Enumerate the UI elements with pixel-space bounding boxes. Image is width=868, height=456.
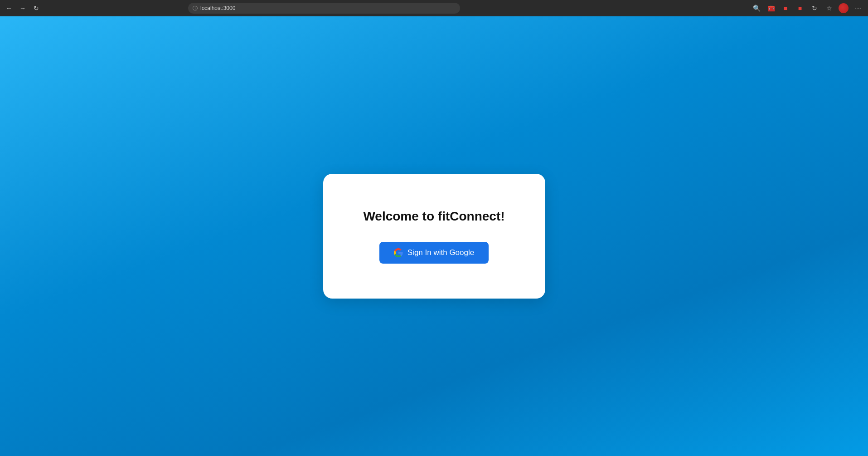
address-bar[interactable]: ⓘ localhost:3000 (188, 3, 460, 14)
extension-red2-button[interactable]: ■ (794, 2, 806, 15)
extension-red-button[interactable]: ■ (779, 2, 792, 15)
sign-in-button-label: Sign In with Google (407, 248, 474, 257)
sign-in-with-google-button[interactable]: Sign In with Google (379, 242, 489, 264)
login-card: Welcome to fitConnect! Sign In with Goog… (323, 174, 545, 299)
forward-button[interactable]: → (17, 3, 28, 14)
profile-button[interactable] (837, 2, 850, 15)
main-content: Welcome to fitConnect! Sign In with Goog… (0, 16, 868, 456)
reload-button[interactable]: ↻ (31, 3, 42, 14)
menu-button[interactable]: ⋯ (852, 2, 864, 15)
welcome-title: Welcome to fitConnect! (363, 209, 504, 224)
zoom-button[interactable]: 🔍 (750, 2, 763, 15)
browser-chrome: ← → ↻ ⓘ localhost:3000 🔍 🧰 ■ ■ ↻ ☆ ⋯ (0, 0, 868, 16)
address-url: localhost:3000 (200, 5, 235, 11)
address-bar-icon: ⓘ (193, 5, 198, 12)
favorites-button[interactable]: ☆ (823, 2, 835, 15)
extensions-button[interactable]: 🧰 (765, 2, 777, 15)
back-button[interactable]: ← (4, 3, 15, 14)
refresh-ext-button[interactable]: ↻ (808, 2, 821, 15)
google-g-icon (394, 248, 403, 257)
browser-actions: 🔍 🧰 ■ ■ ↻ ☆ ⋯ (750, 2, 864, 15)
